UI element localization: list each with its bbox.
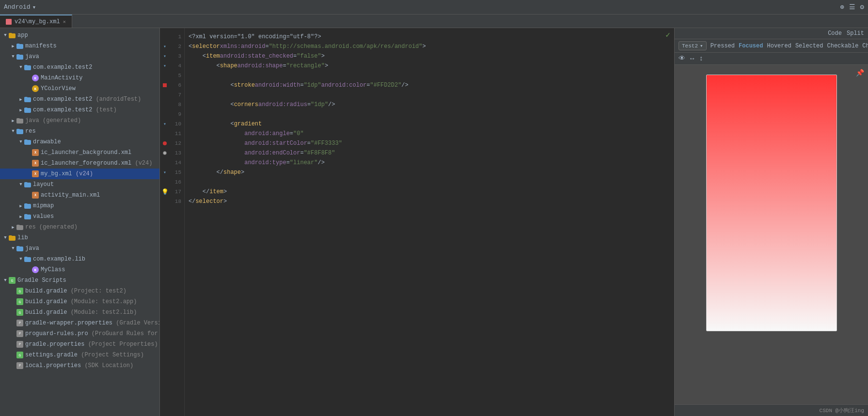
sidebar-item-com-example-test2[interactable]: ▼ com.example.test2 <box>0 62 159 73</box>
sidebar-item-gradle-scripts[interactable]: ▼ G Gradle Scripts <box>0 275 159 286</box>
gutter-marker-2: ▾ <box>160 44 170 49</box>
sidebar-item-android-test[interactable]: ▶ com.example.test2 (androidTest) <box>0 94 159 105</box>
sidebar-item-ycolorview[interactable]: ▶ K YColorView <box>0 83 159 94</box>
line-numbers-gutter: 1 ▾ 2 ▾ 3 ▾ 4 <box>160 28 185 416</box>
state-hovered[interactable]: Hovered <box>767 43 791 49</box>
sidebar-item-local-properties[interactable]: ▶ P local.properties (SDK Location) <box>0 360 159 371</box>
sidebar-item-app[interactable]: ▼ app <box>0 30 159 41</box>
line-num-14: 14 <box>170 160 184 166</box>
gradle-icon-settings: G <box>16 352 23 358</box>
sidebar-item-java[interactable]: ▼ java <box>0 51 159 62</box>
sidebar-item-java-generated[interactable]: ▶ java (generated) <box>0 115 159 126</box>
sidebar-item-res-gen[interactable]: ▶ res (generated) <box>0 222 159 232</box>
code-editor[interactable]: 1 ▾ 2 ▾ 3 ▾ 4 <box>160 28 674 416</box>
label-res-gen: res (generated) <box>25 224 78 231</box>
sidebar-item-gradle-wrapper[interactable]: ▶ P gradle-wrapper.properties (Gradle Ve… <box>0 318 159 328</box>
fold-arrow-4: ▾ <box>163 63 166 69</box>
code-button[interactable]: Code <box>828 30 842 37</box>
fold-arrow-2: ▾ <box>163 44 166 49</box>
gradle-icon-build-app: G <box>16 298 23 305</box>
sidebar-item-lib[interactable]: ▼ lib <box>0 232 159 243</box>
sidebar-item-manifests[interactable]: ▶ manifests <box>0 41 159 51</box>
list-icon[interactable]: ☰ <box>849 3 855 11</box>
sidebar-item-test[interactable]: ▶ com.example.test2 (test) <box>0 105 159 115</box>
code-line-3: <item android:state_checked="false"> <box>185 51 674 61</box>
xml-icon-ic-fg: X <box>32 160 39 167</box>
gradient-preview-box <box>706 75 837 331</box>
sidebar-item-com-example-lib[interactable]: ▼ com.example.lib <box>0 254 159 264</box>
tab-close-button[interactable]: ✕ <box>63 19 66 25</box>
sidebar-item-lib-java[interactable]: ▼ java <box>0 243 159 254</box>
code-content[interactable]: <?xml version="1.0" encoding="utf-8"?> <… <box>185 28 674 416</box>
state-pressed[interactable]: Pressed <box>710 43 735 49</box>
prop-icon-local: P <box>16 362 23 369</box>
sidebar-item-build-gradle-project[interactable]: ▶ G build.gradle (Project: test2) <box>0 286 159 296</box>
label-com-lib: com.example.lib <box>33 256 85 262</box>
label-gradle-properties: gradle.properties (Project Properties) <box>25 341 158 348</box>
sidebar-item-myclass[interactable]: ▶ K MyClass <box>0 264 159 275</box>
sidebar-item-layout[interactable]: ▼ layout <box>0 179 159 190</box>
globe-icon[interactable]: ⊕ <box>840 3 844 11</box>
sidebar-item-values[interactable]: ▶ values <box>0 211 159 222</box>
state-checked: Chec... <box>862 43 868 49</box>
label-activity-main: activity_main.xml <box>41 192 100 199</box>
label-gradle-scripts: Gradle Scripts <box>17 277 66 284</box>
gutter-marker-6 <box>160 83 170 87</box>
dropdown-arrow: ▾ <box>32 3 36 11</box>
xml-decl-1: <?xml version="1.0" encoding="utf-8"?> <box>189 33 321 40</box>
project-selector[interactable]: Android ▾ <box>4 3 36 11</box>
bulb-icon-17: 💡 <box>161 188 169 196</box>
arrows-v-icon[interactable]: ↕ <box>699 55 703 62</box>
kotlin-icon-myclass: K <box>32 266 39 273</box>
sidebar-item-mipmap[interactable]: ▶ mipmap <box>0 200 159 211</box>
label-build-gradle-lib: build.gradle (Module: test2.lib) <box>25 309 137 316</box>
eye-icon[interactable]: 👁 <box>679 55 685 62</box>
sidebar-item-proguard[interactable]: ▶ P proguard-rules.pro (ProGuard Rules f… <box>0 328 159 339</box>
sidebar-item-drawable[interactable]: ▼ drawable <box>0 137 159 147</box>
arrow-drawable: ▼ <box>17 139 24 145</box>
sidebar-item-ic-launcher-bg[interactable]: ▶ X ic_launcher_background.xml <box>0 147 159 158</box>
folder-icon-com-lib <box>24 257 31 262</box>
code-line-8: <corners android:radius="1dp"/> <box>185 100 674 109</box>
folder-icon-values <box>24 214 31 219</box>
label-android-test: com.example.test2 (androidTest) <box>33 96 141 103</box>
sidebar-item-res[interactable]: ▼ res <box>0 126 159 137</box>
arrow-manifests: ▶ <box>10 43 16 49</box>
prop-icon-proguard: P <box>16 330 23 337</box>
label-gradle-wrapper: gradle-wrapper.properties (Gradle Versio… <box>25 320 160 326</box>
sidebar-item-build-gradle-lib[interactable]: ▶ G build.gradle (Module: test2.lib) <box>0 307 159 318</box>
tab-label: v24\my_bg.xml <box>15 18 60 25</box>
settings-icon[interactable]: ⚙ <box>860 3 864 11</box>
sidebar-item-my-bg[interactable]: ▶ X my_bg.xml (v24) <box>0 169 159 179</box>
sidebar-item-ic-launcher-fg[interactable]: ▶ X ic_launcher_foreground.xml (v24) <box>0 158 159 169</box>
line-num-6: 6 <box>170 82 184 88</box>
code-line-15: </shape> <box>185 168 674 177</box>
xml-file-icon <box>6 19 12 25</box>
gutter-11: 11 <box>160 129 184 139</box>
split-button[interactable]: Split <box>847 30 864 37</box>
arrow-mipmap: ▶ <box>17 202 24 209</box>
state-checkable[interactable]: Checkable <box>827 43 859 49</box>
gutter-marker-12 <box>160 141 170 145</box>
folder-icon-res <box>16 129 23 134</box>
label-ycolorview: YColorView <box>41 85 76 92</box>
arrows-h-icon[interactable]: ↔ <box>690 55 694 62</box>
label-mainactivity: MainActivity <box>41 75 82 81</box>
arrow-values: ▶ <box>17 213 24 220</box>
gutter-10: ▾ 10 <box>160 119 184 129</box>
tab-my-bg-xml[interactable]: v24\my_bg.xml ✕ <box>0 15 72 28</box>
folder-icon-mipmap <box>24 203 31 209</box>
gutter-4: ▾ 4 <box>160 61 184 71</box>
label-my-bg: my_bg.xml (v24) <box>41 170 93 177</box>
line-num-4: 4 <box>170 63 184 69</box>
sidebar-item-gradle-properties[interactable]: ▶ P gradle.properties (Project Propertie… <box>0 339 159 350</box>
code-line-2: <selector xmlns:android="http://schemas.… <box>185 42 674 51</box>
state-selected[interactable]: Selected <box>795 43 823 49</box>
preview-test2-dropdown[interactable]: Test2 ▾ <box>679 41 707 50</box>
sidebar-item-mainactivity[interactable]: ▶ K MainActivity <box>0 73 159 83</box>
label-drawable: drawable <box>33 139 61 145</box>
sidebar-item-activity-main[interactable]: ▶ X activity_main.xml <box>0 190 159 200</box>
sidebar-item-build-gradle-app[interactable]: ▶ G build.gradle (Module: test2.app) <box>0 296 159 307</box>
sidebar-item-settings-gradle[interactable]: ▶ G settings.gradle (Project Settings) <box>0 350 159 360</box>
state-focused[interactable]: Focused <box>739 43 763 49</box>
